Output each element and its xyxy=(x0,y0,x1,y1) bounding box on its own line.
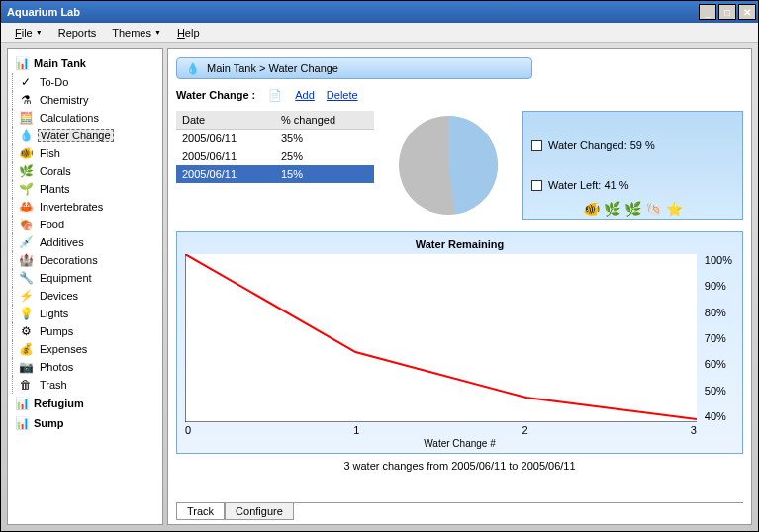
tree-root-refugium[interactable]: 📊 Refugium xyxy=(10,394,160,413)
chart-title: Water Remaining xyxy=(185,238,734,250)
app-window: Aquarium Lab _ □ ✕ File▼ Reports Themes▼… xyxy=(0,0,759,532)
bottom-tabs: Track Configure xyxy=(176,502,743,520)
table-row[interactable]: 2005/06/1115% xyxy=(176,165,374,183)
tree-icon: 💉 xyxy=(18,234,34,250)
tree-children: ✓To-Do⚗Chemistry🧮Calculations💧Water Chan… xyxy=(16,73,160,394)
ytick: 60% xyxy=(705,358,732,370)
tree-item-label: Trash xyxy=(38,379,69,391)
sidebar-item-food[interactable]: 🍖Food xyxy=(16,216,160,233)
tree-item-label: Lights xyxy=(38,308,70,319)
sidebar-item-to-do[interactable]: ✓To-Do xyxy=(16,73,160,91)
tree-icon: 🏰 xyxy=(18,252,34,268)
menu-help[interactable]: Help xyxy=(169,25,208,41)
chart-icon: 📊 xyxy=(14,55,30,71)
legend-label: Water Changed: 59 % xyxy=(548,139,655,151)
tree-icon: 🔧 xyxy=(18,270,34,286)
sidebar-item-plants[interactable]: 🌱Plants xyxy=(16,180,160,198)
tree-icon: 💡 xyxy=(18,306,34,321)
ytick: 90% xyxy=(705,280,732,292)
sidebar-item-photos[interactable]: 📷Photos xyxy=(16,358,160,376)
tree-item-label: To-Do xyxy=(38,76,70,88)
legend-label: Water Left: 41 % xyxy=(548,179,629,191)
tree-item-label: Expenses xyxy=(38,343,89,355)
tree-item-label: Fish xyxy=(38,147,62,159)
sidebar-item-water-change[interactable]: 💧Water Change xyxy=(16,127,160,144)
tree-item-label: Plants xyxy=(38,183,72,195)
chevron-down-icon: ▼ xyxy=(154,29,161,36)
sidebar-item-additives[interactable]: 💉Additives xyxy=(16,233,160,251)
tree-item-label: Calculations xyxy=(38,112,101,124)
chart-icon: 📊 xyxy=(14,415,30,431)
breadcrumb-text: Main Tank > Water Change xyxy=(207,62,338,74)
table-row[interactable]: 2005/06/1135% xyxy=(176,130,374,147)
col-date: Date xyxy=(176,111,275,129)
chevron-down-icon: ▼ xyxy=(36,29,43,36)
sidebar-item-devices[interactable]: ⚡Devices xyxy=(16,287,160,305)
sidebar-item-trash[interactable]: 🗑Trash xyxy=(16,376,160,394)
menu-themes[interactable]: Themes▼ xyxy=(104,25,169,41)
water-icon: 💧 xyxy=(185,60,201,76)
tree-item-label: Additives xyxy=(38,236,86,248)
menubar: File▼ Reports Themes▼ Help xyxy=(1,23,758,43)
tree-icon: 🧮 xyxy=(18,110,34,126)
add-link[interactable]: Add xyxy=(295,89,315,101)
sidebar-item-equipment[interactable]: 🔧Equipment xyxy=(16,269,160,287)
tree-icon: ⚡ xyxy=(18,288,34,304)
tree-icon: ✓ xyxy=(18,74,34,90)
legend-changed: Water Changed: 59 % xyxy=(531,139,734,151)
table-row[interactable]: 2005/06/1125% xyxy=(176,147,374,165)
tab-configure[interactable]: Configure xyxy=(225,503,294,520)
section-header: Water Change : 📄 Add Delete xyxy=(176,87,743,103)
sidebar-item-corals[interactable]: 🌿Corals xyxy=(16,162,160,180)
tree-root-sump[interactable]: 📊 Sump xyxy=(10,413,160,433)
tree-icon: 💧 xyxy=(18,128,34,143)
cell-pct: 35% xyxy=(275,130,374,147)
content-panel: 💧 Main Tank > Water Change Water Change … xyxy=(167,48,752,525)
tree-item-label: Decorations xyxy=(38,254,100,266)
breadcrumb: 💧 Main Tank > Water Change xyxy=(176,57,532,79)
xtick: 2 xyxy=(522,424,528,436)
sidebar-item-expenses[interactable]: 💰Expenses xyxy=(16,340,160,358)
delete-link[interactable]: Delete xyxy=(327,89,358,101)
sidebar-item-invertebrates[interactable]: 🦀Invertebrates xyxy=(16,198,160,216)
tree-item-label: Corals xyxy=(38,165,73,177)
tree-root-label: Main Tank xyxy=(34,57,86,69)
sidebar-item-lights[interactable]: 💡Lights xyxy=(16,305,160,322)
tree-root-label: Refugium xyxy=(34,398,84,409)
content-row: Date % changed 2005/06/1135%2005/06/1125… xyxy=(176,111,743,220)
ytick: 40% xyxy=(705,410,732,422)
tree-item-label: Invertebrates xyxy=(38,201,105,213)
sidebar: 📊 Main Tank ✓To-Do⚗Chemistry🧮Calculation… xyxy=(7,48,163,525)
tree-icon: 🌱 xyxy=(18,181,34,197)
cell-pct: 25% xyxy=(275,147,374,165)
chart-summary: 3 water changes from 2005/06/11 to 2005/… xyxy=(176,460,743,472)
tree-icon: 🌿 xyxy=(18,163,34,179)
sidebar-item-decorations[interactable]: 🏰Decorations xyxy=(16,251,160,269)
close-button[interactable]: ✕ xyxy=(738,4,756,20)
titlebar: Aquarium Lab _ □ ✕ xyxy=(1,1,758,23)
tree-item-label: Chemistry xyxy=(38,94,91,106)
sidebar-item-pumps[interactable]: ⚙Pumps xyxy=(16,322,160,340)
tab-track[interactable]: Track xyxy=(176,503,225,520)
tree-root-main-tank[interactable]: 📊 Main Tank xyxy=(10,53,160,73)
sidebar-item-fish[interactable]: 🐠Fish xyxy=(16,144,160,162)
menu-reports[interactable]: Reports xyxy=(50,25,105,41)
sidebar-item-calculations[interactable]: 🧮Calculations xyxy=(16,109,160,127)
minimize-button[interactable]: _ xyxy=(699,4,716,20)
tree-item-label: Devices xyxy=(38,290,80,302)
add-icon: 📄 xyxy=(267,87,283,103)
sidebar-item-chemistry[interactable]: ⚗Chemistry xyxy=(16,91,160,109)
legend-square-icon xyxy=(531,180,542,191)
col-pct: % changed xyxy=(275,111,374,129)
cell-pct: 15% xyxy=(275,165,374,183)
tree-icon: 📷 xyxy=(18,359,34,375)
tree-icon: 🐠 xyxy=(18,145,34,161)
tree-item-label: Pumps xyxy=(38,325,75,337)
maximize-button[interactable]: □ xyxy=(718,4,736,20)
pie-chart xyxy=(384,111,513,220)
legend-box: Water Changed: 59 % Water Left: 41 % 🐠 🌿… xyxy=(522,111,743,220)
menu-file[interactable]: File▼ xyxy=(7,25,50,41)
line-chart-section: Water Remaining 100%90%80%70%60%50%40% 0… xyxy=(176,231,743,454)
tree-icon: 🍖 xyxy=(18,217,34,232)
ytick: 80% xyxy=(705,307,732,318)
